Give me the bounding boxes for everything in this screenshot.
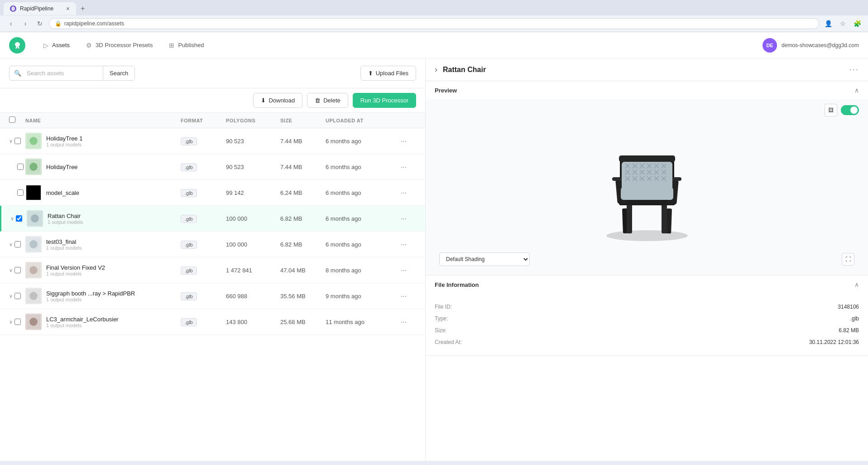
extension-icon[interactable]: 🧩 (852, 18, 863, 29)
run-processor-button[interactable]: Run 3D Processor (353, 93, 416, 108)
row-name-cell: test03_final 1 output models (25, 232, 181, 257)
row-controls: ∨ (9, 319, 25, 325)
svg-point-11 (29, 266, 38, 274)
nav-item-assets[interactable]: ▷ Assets (36, 38, 77, 53)
search-input[interactable] (21, 66, 103, 80)
preview-toggle-icon: ∧ (854, 87, 859, 94)
expand-icon[interactable]: ∨ (9, 138, 13, 144)
row-action-button[interactable]: ⋯ (398, 213, 409, 224)
row-asset-name: Final Version Fixed V2 (46, 264, 105, 271)
panel-menu-button[interactable]: ··· (849, 65, 859, 74)
file-info-section-title: File Information (435, 281, 479, 288)
new-tab-button[interactable]: + (76, 2, 89, 15)
col-name: NAME (25, 118, 181, 123)
shading-select-wrapper[interactable]: Default Shading Wireframe Normal Map UV … (439, 252, 530, 266)
row-name-cell: Rattan Chair 1 output models (27, 206, 181, 231)
profile-icon[interactable]: 👤 (823, 18, 834, 29)
panel-title: Rattan Chair (443, 66, 849, 74)
nav-item-3d-processor-presets[interactable]: ⚙ 3D Processor Presets (79, 38, 160, 53)
user-section: DE demos-showcases@dgg3d.com (762, 38, 859, 53)
row-checkbox[interactable] (14, 138, 21, 144)
detail-panel: › Rattan Chair ··· Preview ∧ 🖼 (426, 58, 868, 461)
col-uploaded-at: UPLOADED AT (326, 118, 398, 123)
table-row[interactable]: ∨ LC3_armchair_LeCorbusier 1 output mode… (0, 309, 425, 335)
row-checkbox[interactable] (14, 241, 21, 247)
row-checkbox[interactable] (17, 189, 24, 196)
row-polygons-cell: 90 523 (226, 164, 280, 170)
row-uploaded-cell: 6 months ago (326, 189, 398, 196)
row-action-button[interactable]: ⋯ (398, 239, 409, 250)
table-row[interactable]: ∨ test03_final 1 output models .glb 100 … (0, 232, 425, 257)
row-action-button[interactable]: ⋯ (398, 265, 409, 276)
row-sub-info: 1 output models (46, 297, 135, 302)
preview-controls: 🖼 (435, 104, 859, 116)
row-sub-info: 1 output models (46, 323, 119, 328)
user-email: demos-showcases@dgg3d.com (782, 42, 859, 48)
nav-item-presets-label: 3D Processor Presets (96, 42, 153, 48)
upload-button-label: Upload Files (376, 70, 408, 77)
table-row[interactable]: ∨ Siggraph booth ...ray > RapidPBR 1 out… (0, 283, 425, 309)
shading-toggle[interactable] (841, 105, 859, 115)
row-action-button[interactable]: ⋯ (398, 291, 409, 301)
row-name-info: Final Version Fixed V2 1 output models (46, 264, 105, 276)
download-button-label: Download (269, 97, 295, 104)
row-controls: ∨ (9, 267, 25, 273)
3d-preview-viewport[interactable] (561, 120, 733, 247)
row-asset-name: HolidayTree (46, 164, 78, 170)
table-row[interactable]: ∨ Final Version Fixed V2 1 output models… (0, 257, 425, 283)
table-row[interactable]: ∨ HolidayTree 1 1 output models .glb 90 … (0, 128, 425, 154)
row-name-cell: model_scale (25, 180, 181, 205)
shading-controls: Default Shading Wireframe Normal Map UV … (435, 247, 859, 266)
row-asset-name: Siggraph booth ...ray > RapidPBR (46, 290, 135, 297)
fullscreen-button[interactable]: ⛶ (842, 253, 854, 266)
row-size-cell: 47.04 MB (280, 267, 326, 274)
row-checkbox[interactable] (17, 164, 24, 170)
main-content: 🔍 Search ⬆ Upload Files ⬇ Download 🗑 Del… (0, 58, 868, 461)
row-action-button[interactable]: ⋯ (398, 187, 409, 198)
tab-close-button[interactable]: × (66, 5, 70, 12)
browser-chrome: RapidPipeline × + ‹ › ↻ 🔒 rapidpipeline.… (0, 0, 868, 32)
panel-back-button[interactable]: › (435, 65, 437, 74)
browser-forward-button[interactable]: › (20, 18, 31, 29)
row-checkbox[interactable] (14, 319, 21, 325)
row-action-button[interactable]: ⋯ (398, 316, 409, 327)
presets-icon: ⚙ (86, 42, 92, 49)
row-checkbox[interactable] (14, 293, 21, 299)
table-row[interactable]: ∨ Rattan Chair 1 output models .glb 100 … (0, 206, 425, 232)
nav-item-published[interactable]: ⊞ Published (162, 38, 211, 53)
delete-button[interactable]: 🗑 Delete (307, 93, 348, 108)
select-all-checkbox[interactable] (9, 116, 25, 124)
row-format-cell: .glb (181, 164, 226, 170)
col-size: SIZE (280, 118, 326, 123)
download-button[interactable]: ⬇ Download (253, 93, 302, 108)
search-button[interactable]: Search (103, 66, 134, 80)
bookmark-icon[interactable]: ☆ (837, 18, 848, 29)
row-action-button[interactable]: ⋯ (398, 161, 409, 172)
row-name-cell: Siggraph booth ...ray > RapidPBR 1 outpu… (25, 283, 181, 309)
expand-icon[interactable]: ∨ (9, 267, 13, 273)
expand-icon[interactable]: ∨ (9, 319, 13, 325)
browser-back-button[interactable]: ‹ (5, 18, 16, 29)
expand-icon[interactable]: ∨ (9, 242, 13, 247)
active-tab[interactable]: RapidPipeline × (4, 2, 76, 15)
address-bar[interactable]: 🔒 rapidpipeline.com/assets (49, 18, 819, 29)
table-row[interactable]: HolidayTree .glb 90 523 7.44 MB 6 months… (0, 154, 425, 180)
row-uploaded-cell: 11 months ago (326, 319, 398, 325)
row-action-button[interactable]: ⋯ (398, 136, 409, 146)
shading-dropdown[interactable]: Default Shading Wireframe Normal Map UV … (439, 252, 530, 266)
expand-icon[interactable]: ∨ (9, 293, 13, 299)
preview-section-header[interactable]: Preview ∧ (426, 81, 868, 99)
row-format-cell: .glb (181, 138, 226, 145)
browser-reload-button[interactable]: ↻ (34, 18, 45, 29)
expand-icon[interactable]: ∨ (10, 216, 14, 222)
upload-files-button[interactable]: ⬆ Upload Files (360, 66, 416, 81)
texture-toggle-button[interactable]: 🖼 (825, 104, 837, 116)
svg-rect-20 (662, 204, 667, 233)
table-row[interactable]: model_scale .glb 99 142 6.24 MB 6 months… (0, 180, 425, 206)
row-checkbox[interactable] (16, 215, 22, 222)
row-checkbox[interactable] (14, 267, 21, 273)
file-info-section-header[interactable]: File Information ∧ (426, 276, 868, 294)
row-asset-name: LC3_armchair_LeCorbusier (46, 316, 119, 323)
row-format-cell: .glb (181, 319, 226, 325)
row-controls (9, 189, 25, 196)
